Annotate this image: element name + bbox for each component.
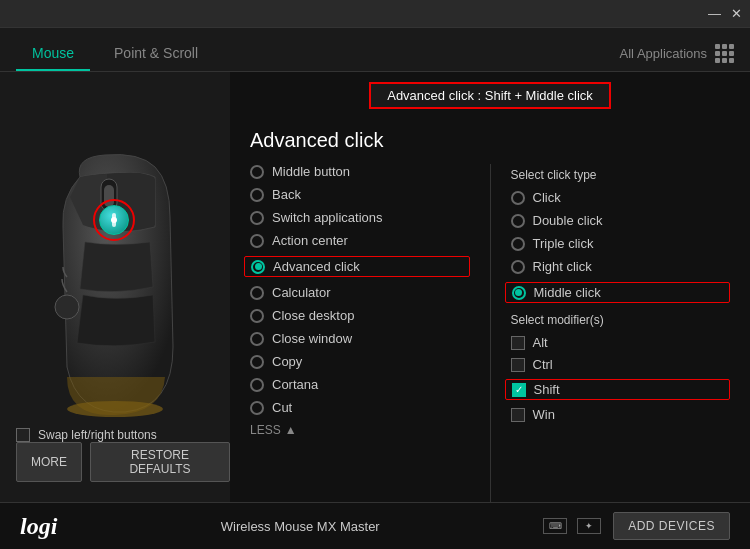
swap-checkbox[interactable] xyxy=(16,428,30,442)
function-label-advanced-click: Advanced click xyxy=(273,259,360,274)
footer-icons: ⌨ ✦ xyxy=(543,518,601,534)
click-type-middle-click[interactable]: Middle click xyxy=(505,282,731,303)
all-applications[interactable]: All Applications xyxy=(620,44,734,71)
click-type-right-click[interactable]: Right click xyxy=(511,259,731,274)
function-item-middle-button[interactable]: Middle button xyxy=(250,164,470,179)
logi-logo: logi xyxy=(20,513,57,540)
footer: logi Wireless Mouse MX Master ⌨ ✦ ADD DE… xyxy=(0,502,750,549)
radio-back xyxy=(250,188,264,202)
click-type-middle-click-label: Middle click xyxy=(534,285,601,300)
chevron-up-icon: ▲ xyxy=(285,423,297,437)
function-label-cortana: Cortana xyxy=(272,377,318,392)
main-content: logitech xyxy=(0,72,750,502)
radio-action-center xyxy=(250,234,264,248)
svg-point-3 xyxy=(55,295,79,319)
function-item-close-window[interactable]: Close window xyxy=(250,331,470,346)
less-label: LESS xyxy=(250,423,281,437)
function-list: Middle button Back Switch applications A… xyxy=(230,164,491,502)
click-type-click-label: Click xyxy=(533,190,561,205)
all-applications-label: All Applications xyxy=(620,46,707,61)
checkbox-alt xyxy=(511,336,525,350)
function-item-close-desktop[interactable]: Close desktop xyxy=(250,308,470,323)
less-button[interactable]: LESS ▲ xyxy=(250,423,470,437)
keyboard-icon: ⌨ xyxy=(543,518,567,534)
banner-text: Advanced click : Shift + Middle click xyxy=(369,82,611,109)
function-item-switch-applications[interactable]: Switch applications xyxy=(250,210,470,225)
modifier-shift[interactable]: ✓ Shift xyxy=(505,379,731,400)
function-item-cut[interactable]: Cut xyxy=(250,400,470,415)
left-panel: logitech xyxy=(0,72,230,502)
more-button[interactable]: MORE xyxy=(16,442,82,482)
columns: Middle button Back Switch applications A… xyxy=(230,164,750,502)
radio-click xyxy=(511,191,525,205)
checkbox-ctrl xyxy=(511,358,525,372)
function-label-close-desktop: Close desktop xyxy=(272,308,354,323)
function-label-copy: Copy xyxy=(272,354,302,369)
device-name: Wireless Mouse MX Master xyxy=(221,519,380,534)
radio-triple-click xyxy=(511,237,525,251)
function-label-close-window: Close window xyxy=(272,331,352,346)
grid-icon xyxy=(715,44,734,63)
advanced-title: Advanced click xyxy=(250,129,730,152)
click-type-triple-click[interactable]: Triple click xyxy=(511,236,731,251)
function-label-middle-button: Middle button xyxy=(272,164,350,179)
click-type-double-click[interactable]: Double click xyxy=(511,213,731,228)
function-item-advanced-click[interactable]: Advanced click xyxy=(244,256,470,277)
tab-bar: Mouse Point & Scroll All Applications xyxy=(0,28,750,72)
tab-mouse[interactable]: Mouse xyxy=(16,37,90,71)
click-type-label: Select click type xyxy=(511,168,731,182)
radio-double-click xyxy=(511,214,525,228)
close-button[interactable]: ✕ xyxy=(731,6,742,21)
right-panel: Advanced click : Shift + Middle click Ad… xyxy=(230,72,750,502)
title-bar: — ✕ xyxy=(0,0,750,28)
modifier-shift-label: Shift xyxy=(534,382,560,397)
radio-right-click xyxy=(511,260,525,274)
restore-defaults-button[interactable]: RESTORE DEFAULTS xyxy=(90,442,230,482)
radio-middle-click xyxy=(512,286,526,300)
radio-cut xyxy=(250,401,264,415)
function-label-action-center: Action center xyxy=(272,233,348,248)
modifier-alt[interactable]: Alt xyxy=(511,335,731,350)
modifier-win-label: Win xyxy=(533,407,555,422)
swap-area: Swap left/right buttons xyxy=(16,428,157,442)
function-label-back: Back xyxy=(272,187,301,202)
swap-label: Swap left/right buttons xyxy=(38,428,157,442)
modifier-ctrl-label: Ctrl xyxy=(533,357,553,372)
mouse-image: logitech xyxy=(25,147,205,427)
mouse-svg: logitech xyxy=(25,147,205,427)
function-label-switch-applications: Switch applications xyxy=(272,210,383,225)
click-type-click[interactable]: Click xyxy=(511,190,731,205)
middle-button-icon xyxy=(99,205,129,235)
function-item-calculator[interactable]: Calculator xyxy=(250,285,470,300)
modifier-ctrl[interactable]: Ctrl xyxy=(511,357,731,372)
banner: Advanced click : Shift + Middle click xyxy=(230,72,750,119)
svg-point-6 xyxy=(111,217,117,223)
tab-point-scroll[interactable]: Point & Scroll xyxy=(98,37,214,71)
modifiers-label: Select modifier(s) xyxy=(511,313,731,327)
window-controls: — ✕ xyxy=(708,6,742,21)
bluetooth-icon: ✦ xyxy=(577,518,601,534)
function-label-cut: Cut xyxy=(272,400,292,415)
checkbox-win xyxy=(511,408,525,422)
function-item-cortana[interactable]: Cortana xyxy=(250,377,470,392)
modifier-win[interactable]: Win xyxy=(511,407,731,422)
function-item-copy[interactable]: Copy xyxy=(250,354,470,369)
function-item-action-center[interactable]: Action center xyxy=(250,233,470,248)
radio-middle-button xyxy=(250,165,264,179)
bottom-buttons: MORE RESTORE DEFAULTS xyxy=(16,442,230,482)
function-item-back[interactable]: Back xyxy=(250,187,470,202)
checkbox-shift: ✓ xyxy=(512,383,526,397)
radio-advanced-click xyxy=(251,260,265,274)
modifier-alt-label: Alt xyxy=(533,335,548,350)
click-type-double-click-label: Double click xyxy=(533,213,603,228)
radio-close-window xyxy=(250,332,264,346)
radio-close-desktop xyxy=(250,309,264,323)
function-label-calculator: Calculator xyxy=(272,285,331,300)
click-type-triple-click-label: Triple click xyxy=(533,236,594,251)
minimize-button[interactable]: — xyxy=(708,6,721,21)
radio-switch-applications xyxy=(250,211,264,225)
radio-cortana xyxy=(250,378,264,392)
click-type-modifiers: Select click type Click Double click Tri… xyxy=(491,164,751,502)
radio-calculator xyxy=(250,286,264,300)
add-devices-button[interactable]: ADD DEVICES xyxy=(613,512,730,540)
